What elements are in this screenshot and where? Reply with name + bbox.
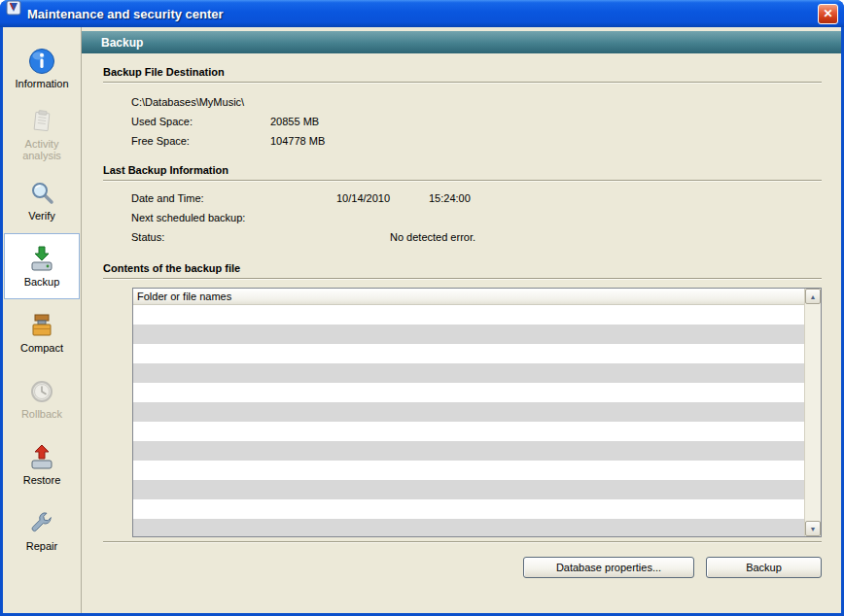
sidebar-item-compact[interactable]: Compact	[4, 299, 80, 365]
section-title-destination: Backup File Destination	[103, 66, 822, 78]
list-row[interactable]	[133, 441, 804, 461]
list-row[interactable]	[133, 480, 804, 499]
status-value: No detected error.	[390, 231, 475, 243]
list-row[interactable]	[133, 363, 804, 383]
list-row[interactable]	[133, 383, 804, 402]
sidebar-item-information[interactable]: Information	[4, 35, 80, 101]
sidebar-item-verify[interactable]: Verify	[4, 167, 80, 233]
compact-icon	[28, 312, 55, 339]
separator	[103, 180, 822, 181]
scroll-up-button[interactable]: ▲	[805, 289, 821, 304]
list-row[interactable]	[133, 344, 804, 363]
free-space-value: 104778 MB	[270, 135, 325, 147]
destination-path: C:\Databases\MyMusic\	[131, 96, 244, 108]
sidebar-item-activity-analysis[interactable]: Activity analysis	[4, 101, 80, 167]
client-area: Information Activity analysis	[3, 27, 841, 613]
time-value: 15:24:00	[429, 192, 471, 204]
close-button[interactable]: ✕	[818, 4, 838, 24]
restore-icon	[28, 444, 55, 471]
section-title-last-backup: Last Backup Information	[103, 164, 822, 176]
status-row: Status: No detected error.	[103, 227, 822, 247]
separator	[103, 82, 822, 83]
main-panel: Backup Backup File Destination C:\Databa…	[82, 27, 841, 613]
sidebar-item-restore[interactable]: Restore	[4, 431, 80, 497]
free-space-row: Free Space: 104778 MB	[103, 131, 822, 151]
section-title-contents: Contents of the backup file	[103, 262, 822, 274]
rollback-icon	[28, 378, 55, 405]
sidebar-item-label: Repair	[26, 540, 57, 552]
next-backup-label: Next scheduled backup:	[131, 212, 245, 223]
backup-button[interactable]: Backup	[706, 557, 822, 578]
activity-analysis-icon	[28, 108, 55, 135]
used-space-value: 20855 MB	[270, 116, 319, 127]
sidebar-item-label: Rollback	[21, 408, 62, 420]
sidebar-item-label: Restore	[23, 474, 61, 486]
status-label: Status:	[131, 231, 164, 243]
used-space-row: Used Space: 20855 MB	[103, 112, 822, 131]
content: Backup File Destination C:\Databases\MyM…	[82, 53, 841, 613]
titlebar[interactable]: Maintenance and security center ✕	[0, 0, 844, 27]
footer-buttons: Database properties... Backup	[103, 557, 822, 578]
next-backup-row: Next scheduled backup:	[103, 208, 822, 227]
sidebar-item-rollback[interactable]: Rollback	[4, 365, 80, 431]
column-header-label: Folder or file names	[137, 291, 231, 302]
scroll-down-button[interactable]: ▼	[805, 521, 821, 536]
sidebar-item-backup[interactable]: Backup	[4, 233, 80, 299]
maintenance-window: Maintenance and security center ✕ Inform…	[0, 0, 844, 616]
free-space-label: Free Space:	[131, 135, 190, 147]
repair-icon	[28, 510, 55, 537]
separator	[103, 278, 822, 279]
page-header: Backup	[82, 31, 841, 53]
list-row[interactable]	[133, 499, 804, 519]
datetime-label: Date and Time:	[131, 192, 204, 204]
separator	[103, 541, 822, 542]
list-row[interactable]	[133, 519, 804, 536]
date-value: 10/14/2010	[336, 192, 390, 204]
scrollbar-track[interactable]	[805, 304, 821, 521]
sidebar-item-label: Backup	[24, 276, 60, 288]
sidebar-item-label: Information	[15, 78, 68, 89]
backup-contents-list[interactable]: Folder or file names ▲ ▼	[132, 288, 822, 537]
list-column-header[interactable]: Folder or file names	[133, 289, 804, 305]
sidebar-item-label: Activity analysis	[10, 138, 74, 161]
scrollbar[interactable]: ▲ ▼	[804, 289, 821, 536]
list-row[interactable]	[133, 325, 804, 344]
sidebar-item-repair[interactable]: Repair	[4, 497, 80, 564]
list-row[interactable]	[133, 402, 804, 422]
app-icon	[6, 0, 21, 27]
list-row[interactable]	[133, 461, 804, 480]
sidebar: Information Activity analysis	[3, 27, 82, 613]
backup-icon	[28, 246, 55, 273]
datetime-row: Date and Time: 10/14/2010 15:24:00	[103, 188, 822, 208]
list-row[interactable]	[133, 422, 804, 441]
close-icon: ✕	[823, 7, 832, 20]
verify-icon	[28, 180, 55, 207]
page-title: Backup	[101, 36, 143, 50]
window-title: Maintenance and security center	[27, 7, 812, 21]
destination-path-row: C:\Databases\MyMusic\	[103, 92, 822, 112]
list-main: Folder or file names	[133, 289, 804, 536]
database-properties-button[interactable]: Database properties...	[523, 557, 694, 578]
sidebar-item-label: Compact	[20, 342, 63, 354]
sidebar-item-label: Verify	[28, 210, 55, 222]
backup-contents-rows	[133, 305, 804, 536]
information-icon	[28, 48, 55, 75]
used-space-label: Used Space:	[131, 116, 193, 127]
list-row[interactable]	[133, 305, 804, 325]
